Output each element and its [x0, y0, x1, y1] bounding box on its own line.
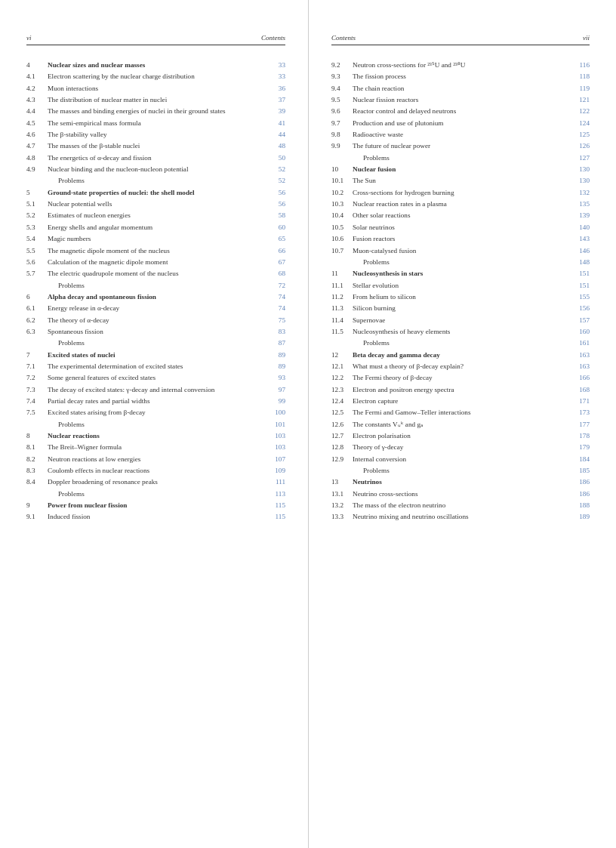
toc-entry: 5.3Energy shells and angular momentum60	[26, 223, 285, 233]
toc-title: Silicon burning	[353, 304, 573, 313]
toc-num: 5.3	[26, 223, 48, 233]
toc-num: 7.3	[26, 385, 48, 395]
toc-entry: 7.2Some general features of excited stat…	[26, 373, 285, 383]
toc-num: 6.1	[26, 304, 48, 313]
toc-page: 101	[269, 420, 285, 430]
toc-title: Neutrinos	[353, 477, 573, 487]
toc-page: 100	[269, 408, 285, 418]
toc-entry: 4.6The β-stability valley44	[26, 130, 285, 140]
toc-entry: Problems72	[26, 281, 285, 291]
toc-entry: 12.5The Fermi and Gamow–Teller interacti…	[331, 408, 590, 418]
toc-entry: 5.4Magic numbers65	[26, 234, 285, 244]
toc-title: Neutron cross-sections for ²³⁵U and ²³⁸U	[353, 60, 573, 70]
toc-entry: 11.2From helium to silicon155	[331, 292, 590, 302]
toc-page: 151	[573, 281, 590, 291]
toc-num: 7.5	[26, 408, 48, 418]
toc-title: The fission process	[353, 72, 573, 82]
toc-page: 36	[269, 84, 285, 94]
toc-entry: 12Beta decay and gamma decay163	[331, 350, 590, 360]
toc-entry: 9.6Reactor control and delayed neutrons1…	[331, 106, 590, 116]
toc-entry: 11.1Stellar evolution151	[331, 281, 590, 291]
toc-page: 65	[269, 234, 285, 244]
toc-entry: 9.1Induced fission115	[26, 512, 285, 522]
toc-page: 89	[269, 362, 285, 372]
toc-page: 130	[573, 176, 590, 186]
toc-entry: 4.4The masses and binding energies of nu…	[26, 106, 285, 116]
toc-title: The electric quadrupole moment of the nu…	[48, 269, 269, 279]
toc-title: The Sun	[353, 176, 573, 186]
toc-page: 156	[573, 304, 590, 313]
toc-page: 52	[269, 165, 285, 174]
toc-page: 33	[269, 60, 285, 70]
toc-title: Problems	[353, 466, 573, 476]
toc-title: Nuclear fusion	[353, 165, 573, 174]
toc-page: 139	[573, 211, 590, 220]
toc-page: 179	[573, 443, 590, 452]
toc-entry: 6Alpha decay and spontaneous fission74	[26, 292, 285, 302]
left-toc: 4Nuclear sizes and nuclear masses334.1El…	[26, 60, 285, 523]
toc-page: 171	[573, 396, 590, 406]
toc-num: 9.6	[331, 106, 353, 116]
toc-page: 66	[269, 246, 285, 256]
toc-num: 12.2	[331, 373, 353, 383]
toc-title: Nuclear reaction rates in a plasma	[353, 199, 573, 209]
toc-page: 125	[573, 130, 590, 140]
toc-title: The masses of the β-stable nuclei	[48, 141, 269, 151]
toc-title: The experimental determination of excite…	[48, 362, 269, 372]
toc-page: 140	[573, 223, 590, 233]
toc-title: Spontaneous fission	[48, 327, 269, 337]
toc-page: 58	[269, 211, 285, 220]
toc-page: 148	[573, 257, 590, 267]
toc-title: Production and use of plutonium	[353, 119, 573, 128]
toc-entry: 7.3The decay of excited states: γ-decay …	[26, 385, 285, 395]
toc-num: 8.2	[26, 455, 48, 464]
toc-num: 9	[26, 501, 48, 510]
toc-num: 10.6	[331, 234, 353, 244]
toc-title: Nuclear sizes and nuclear masses	[48, 60, 269, 70]
toc-num: 7.1	[26, 362, 48, 372]
toc-num: 9.3	[331, 72, 353, 82]
toc-entry: 4.8The energetics of α-decay and fission…	[26, 153, 285, 163]
toc-num: 9.4	[331, 84, 353, 94]
toc-entry: 12.4Electron capture171	[331, 396, 590, 406]
toc-page: 75	[269, 316, 285, 325]
toc-num: 4.7	[26, 141, 48, 151]
toc-num: 6.3	[26, 327, 48, 337]
toc-page: 109	[269, 466, 285, 476]
toc-page: 186	[573, 489, 590, 499]
toc-entry: Problems185	[331, 466, 590, 476]
toc-title: Problems	[353, 257, 573, 267]
toc-title: Electron scattering by the nuclear charg…	[48, 72, 269, 82]
toc-num: 5.7	[26, 269, 48, 279]
toc-title: Calculation of the magnetic dipole momen…	[48, 257, 269, 267]
toc-page: 177	[573, 420, 590, 430]
toc-entry: 5.2Estimates of nucleon energies58	[26, 211, 285, 220]
toc-entry: Problems52	[26, 176, 285, 186]
toc-title: The constants Vᵤᵏ and gₐ	[353, 420, 573, 430]
toc-num: 9.9	[331, 141, 353, 151]
toc-title: Problems	[48, 489, 269, 499]
toc-num: 11.2	[331, 292, 353, 302]
toc-entry: 8.1The Breit–Wigner formula103	[26, 443, 285, 452]
toc-page: 37	[269, 95, 285, 105]
toc-entry: 4.2Muon interactions36	[26, 84, 285, 94]
toc-page: 67	[269, 257, 285, 267]
toc-title: Neutrino mixing and neutrino oscillation…	[353, 512, 573, 522]
toc-entry: 9.8Radioactive waste125	[331, 130, 590, 140]
toc-num: 8.3	[26, 466, 48, 476]
toc-page: 163	[573, 362, 590, 372]
toc-title: The decay of excited states: γ-decay and…	[48, 385, 269, 395]
toc-entry: 4Nuclear sizes and nuclear masses33	[26, 60, 285, 70]
toc-page: 184	[573, 455, 590, 464]
toc-entry: 5.6Calculation of the magnetic dipole mo…	[26, 257, 285, 267]
toc-num: 4.3	[26, 95, 48, 105]
toc-page: 122	[573, 106, 590, 116]
toc-entry: 9.9The future of nuclear power126	[331, 141, 590, 151]
toc-page: 107	[269, 455, 285, 464]
toc-num: 4.2	[26, 84, 48, 94]
toc-title: The masses and binding energies of nucle…	[48, 106, 269, 116]
toc-page: 113	[269, 489, 285, 499]
toc-entry: 4.9Nuclear binding and the nucleon-nucle…	[26, 165, 285, 174]
toc-num: 7.2	[26, 373, 48, 383]
page: vi Contents 4Nuclear sizes and nuclear m…	[0, 0, 616, 848]
